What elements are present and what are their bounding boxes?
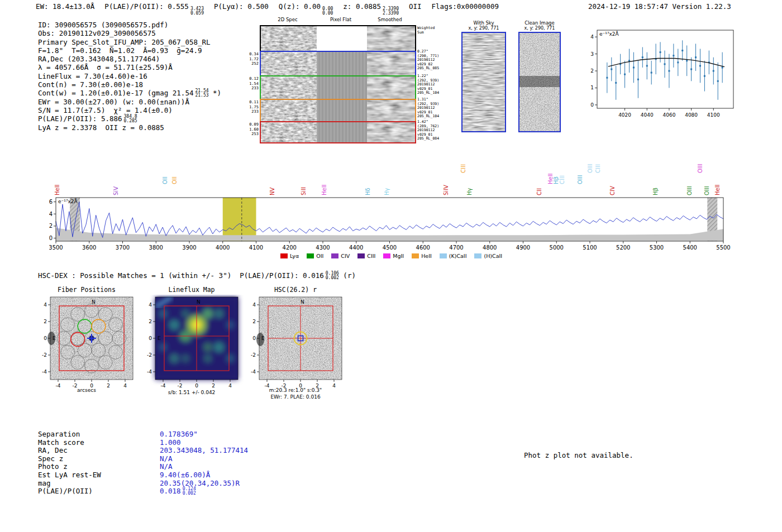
svg-text:0: 0 <box>49 235 53 241</box>
svg-text:4060: 4060 <box>662 112 675 118</box>
spectrum-line-label: HeII <box>321 184 327 195</box>
fiber-positions-panel: NE-4-4-2-2002244 <box>32 295 141 389</box>
emission-line-fit-plot: 4020404040604080410001234e⁻¹⁷x2Å <box>578 27 740 126</box>
svg-text:2: 2 <box>49 223 53 229</box>
table-row-value: 1.000 <box>160 438 181 447</box>
spectrum-line-label: CIV <box>609 186 616 195</box>
legend-swatch <box>331 253 338 258</box>
spectrum-line-label: OII <box>162 176 168 184</box>
spectrum-line-label: Hδ <box>365 188 371 195</box>
header-stat: EW: 18.4±13.0Å <box>36 2 94 11</box>
info-line: Obs: 20190112v029_3090056575 <box>38 29 221 37</box>
stacked-uncertainty: 21.5421.53 <box>195 89 208 97</box>
strip-pixelflat <box>317 122 367 142</box>
svg-text:2: 2 <box>252 319 256 324</box>
spectrum-line-label: HeII <box>714 184 721 195</box>
clean-image-panel: Clean Image x, y: 290, 771 <box>518 20 561 132</box>
svg-text:N: N <box>301 299 304 305</box>
table-row-label: Photo z <box>38 462 160 471</box>
strip-smoothed <box>367 100 415 121</box>
table-row-label: mag <box>38 479 160 487</box>
spectrum-line-label: CII <box>536 188 542 195</box>
table-row: RA, Dec203.343048, 51.177414 <box>38 446 248 454</box>
spectrum-line-label: SiII <box>301 187 307 195</box>
table-row-value: N/A <box>160 462 173 471</box>
lineflux-caption: s/b: 1.51 +/- 0.042 <box>139 390 245 395</box>
amp-annotation: 0.27"(290, 771)20190112v029_02205_RL_085 <box>417 50 449 71</box>
svg-text:5500: 5500 <box>716 245 730 251</box>
svg-text:4000: 4000 <box>216 245 230 251</box>
legend-item: OII <box>307 253 323 259</box>
hsc-caption-1: m:20.3 re:1.0" s:0.3" <box>242 387 349 393</box>
svg-text:4700: 4700 <box>449 245 463 251</box>
svg-text:4: 4 <box>44 302 47 308</box>
elixer-report-page: EW: 18.4±13.0ÅP(LAE)/P(OII): 0.5553.4230… <box>0 0 782 532</box>
amp-weight-values: 0.091.60253 <box>247 122 259 137</box>
info-line: λ = 4057.66Å σ = 51.71(±25.59)Å <box>38 63 221 71</box>
fiber-xlabel: arcsecs <box>34 387 140 393</box>
amp-annotation: 1.42"(289, 762)20190112v029_01205_RL_084 <box>417 120 449 141</box>
clean-image-xy: x, y: 290, 771 <box>518 26 561 31</box>
spectrum-line-label: CIII <box>595 164 601 173</box>
table-row-label: P(LAE)/P(OII) <box>38 487 160 495</box>
svg-text:-2: -2 <box>147 352 152 358</box>
svg-text:4500: 4500 <box>383 245 397 251</box>
svg-text:3900: 3900 <box>182 245 196 251</box>
svg-text:e⁻¹⁷x2Å: e⁻¹⁷x2Å <box>58 198 78 204</box>
legend-item: (H)CaII <box>474 253 502 259</box>
stacked-uncertainty: 3.4230.059 <box>190 7 204 15</box>
table-row: Photo zN/A <box>38 462 248 471</box>
header-stat: OII <box>409 2 422 11</box>
svg-text:E: E <box>158 336 161 341</box>
info-line: Primary Spec_Slot_IFU_AMP: 205_067_058_R… <box>38 38 221 46</box>
strip-2dspec <box>261 52 317 75</box>
amp-weight-values: 0.111.75233 <box>247 100 259 114</box>
lineflux-map-panel: NE-4-4-2-2002244 <box>137 295 246 389</box>
header-stat: Q(z): 0.000.000.00 <box>279 2 333 15</box>
svg-text:N: N <box>92 299 96 305</box>
svg-text:4100: 4100 <box>249 245 263 251</box>
clean-image <box>518 32 561 132</box>
table-row-value: 0.0180.1240.002 <box>160 487 196 495</box>
spec2d-section: 2D Spec Pixel Flat Smoothed WeightedSum0… <box>247 25 450 143</box>
stacked-uncertainty: 384.80.285 <box>124 114 137 123</box>
svg-text:N: N <box>197 299 201 305</box>
info-line: ID: 3090056575 (3090056575.pdf) <box>38 21 221 29</box>
hsc-cutout-title: HSC(26.2) r <box>242 286 349 294</box>
svg-text:4800: 4800 <box>483 245 497 251</box>
spectrum-line-label: OIII <box>577 175 583 184</box>
svg-text:0: 0 <box>195 383 198 389</box>
svg-text:e⁻¹⁷x2Å: e⁻¹⁷x2Å <box>599 31 619 37</box>
strip-smoothed <box>367 52 415 75</box>
table-row-value: 0.178369" <box>160 430 198 438</box>
table-row-label: Est LyA rest-EW <box>38 471 160 479</box>
hsc-cutout-panel: NE-4-4-2-2002244 <box>241 295 350 389</box>
svg-text:5100: 5100 <box>583 245 597 251</box>
spectrum-line-label: OIII <box>686 186 693 195</box>
svg-text:1: 1 <box>590 85 594 90</box>
legend-swatch <box>412 253 419 258</box>
spec2d-row <box>260 75 416 100</box>
svg-text:2: 2 <box>212 383 215 389</box>
strip-2dspec <box>261 76 317 99</box>
strip-smoothed <box>367 76 415 99</box>
svg-text:5000: 5000 <box>550 245 564 251</box>
svg-text:-4: -4 <box>42 369 47 375</box>
svg-text:3700: 3700 <box>116 245 130 251</box>
table-row: Est LyA rest-EW9.40(±6.00)Å <box>38 471 248 479</box>
svg-text:4: 4 <box>149 302 152 308</box>
spectrum-line-label: HeII <box>54 184 60 195</box>
svg-text:0: 0 <box>590 102 594 108</box>
strip-smoothed <box>367 26 415 51</box>
info-line: Cont(w) = 1.20(±0.01)e-17 (gmag 21.5421.… <box>38 89 221 97</box>
legend-item: CIII <box>357 253 375 259</box>
svg-text:5200: 5200 <box>616 245 630 251</box>
svg-text:4: 4 <box>252 302 256 308</box>
strip-pixelflat <box>317 52 367 75</box>
fiber-positions-title: Fiber Positions <box>34 286 140 294</box>
legend-swatch <box>383 253 390 258</box>
svg-text:3600: 3600 <box>82 245 96 251</box>
detection-info-block: ID: 3090056575 (3090056575.pdf)Obs: 2019… <box>38 21 221 132</box>
spectrum-line-label: CIII <box>559 175 565 184</box>
svg-text:-4: -4 <box>251 369 256 375</box>
